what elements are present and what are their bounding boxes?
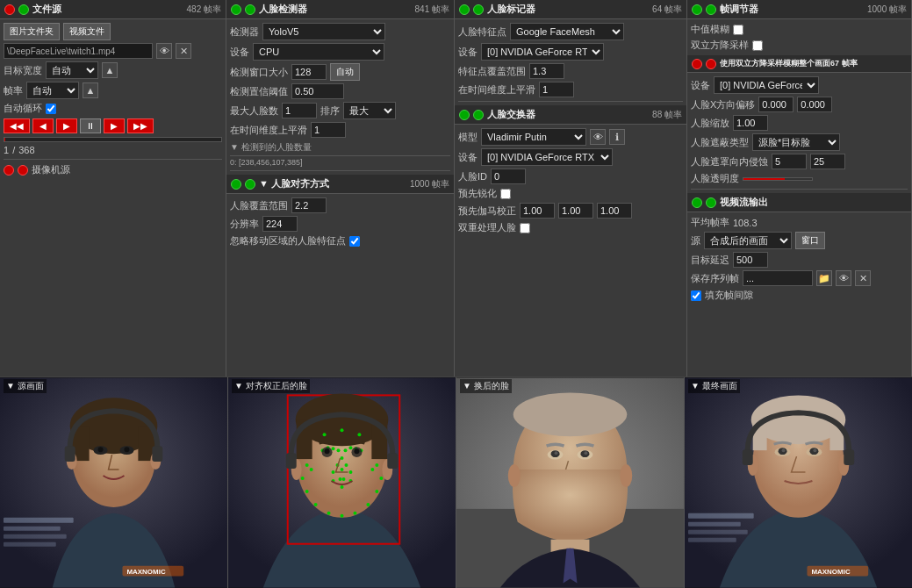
model-select[interactable]: Vladimir Putin [481,128,586,146]
erosion-input[interactable] [772,154,807,169]
progress-bar[interactable] [4,137,222,142]
align-section-header: ▼ 人脸对齐方式 1000 帧率 [226,175,454,194]
status-btn-stream[interactable] [706,197,716,208]
median-checkbox[interactable] [733,25,743,35]
frame-adjuster-header: 帧调节器 1000 帧率 [687,0,911,19]
dual-checkbox[interactable] [520,223,530,233]
play-btn[interactable]: ▶ [56,118,77,133]
power-btn-stream[interactable] [692,197,702,208]
power-btn-camera[interactable] [4,165,14,176]
auto-loop-checkbox[interactable] [46,104,56,114]
save-input[interactable] [743,270,813,286]
marker-smooth-input[interactable] [539,82,574,97]
threshold-input[interactable] [291,83,344,99]
device-select[interactable]: CPU [253,43,384,61]
auto-btn-window[interactable]: 自动 [330,63,360,81]
source-row: 源 合成后的画面 窗口 [691,232,908,249]
power-btn-align[interactable] [231,179,241,190]
camera-label: 摄像机源 [32,163,70,176]
tab-image-folder[interactable]: 图片文件夹 [4,23,60,40]
power-btn-marker[interactable] [459,4,470,15]
svg-rect-97 [844,449,854,465]
ignore-checkbox[interactable] [349,236,360,247]
mask-type-row: 人脸遮蔽类型 源脸*目标脸 [691,133,908,151]
sort-select[interactable]: 最大 [343,102,396,119]
file-path-input[interactable] [4,43,153,59]
eye-icon[interactable]: 👁 [156,43,172,59]
window-size-input[interactable] [291,64,327,80]
status-btn-detector[interactable] [245,4,255,15]
face-x-input[interactable] [758,97,794,112]
detector-select[interactable]: YoloV5 [262,23,385,40]
play-end-btn[interactable]: ▶▶ [127,118,154,133]
status-btn-marker[interactable] [473,4,484,15]
color-g-input[interactable] [558,203,593,219]
status-btn-camera[interactable] [18,165,28,176]
power-btn-blur[interactable] [692,59,702,69]
status-btn-blur[interactable] [706,59,716,69]
bilateral-checkbox[interactable] [752,40,763,51]
face-detector-header: 人脸检测器 841 帧率 [226,0,454,19]
status-btn-align[interactable] [245,179,255,190]
save-label: 保存序列帧 [691,272,739,285]
file-source-header: 文件源 482 帧率 [0,0,226,19]
adjuster-device-select[interactable]: [0] NVIDIA GeForce [714,76,819,94]
opacity-row: 人脸透明度 [691,172,908,185]
pause-btn[interactable]: ⏸ [80,118,101,133]
progress-current: 1 [4,145,9,155]
cover-input[interactable] [291,197,327,213]
target-width-spin-up[interactable]: ▲ [102,62,118,78]
face-y-input[interactable] [797,97,832,112]
fps-select[interactable]: 自动 [26,82,79,99]
scale-input[interactable] [733,115,768,131]
status-btn-adjuster[interactable] [706,4,716,15]
landmarks-select[interactable]: Google FaceMesh [510,23,624,40]
thumb-aligned-label: ▼ 对齐权正后的脸 [232,379,310,393]
opacity-slider[interactable] [743,177,813,181]
mask-type-select[interactable]: 源脸*目标脸 [752,133,840,151]
power-btn-adjuster[interactable] [692,4,702,15]
svg-rect-13 [4,518,74,523]
aligned-face-image [228,377,456,588]
power-btn-swapper[interactable] [459,110,470,120]
presharpen-checkbox[interactable] [500,189,511,199]
cover-row: 人脸覆盖范围 [230,197,450,213]
marker-device-select[interactable]: [0] NVIDIA GeForce RTX 3 [481,43,604,61]
target-width-select[interactable]: 自动 [46,61,98,79]
close-icon[interactable]: ✕ [176,43,191,59]
delay-input[interactable] [733,252,768,268]
marker-range-input[interactable] [529,63,564,79]
save-folder-icon[interactable]: 📁 [816,270,832,286]
save-eye-icon[interactable]: 👁 [836,270,851,286]
svg-rect-15 [4,534,67,539]
play-prev-btn[interactable]: ◀◀ [4,118,30,133]
fill-gaps-checkbox[interactable] [691,290,701,301]
model-eye-icon[interactable]: 👁 [590,129,606,145]
power-btn-detector[interactable] [231,4,241,15]
smooth-input[interactable] [311,122,346,138]
save-close-icon[interactable]: ✕ [855,270,871,286]
thumb-swapped-label: ▼ 换后的脸 [460,379,512,393]
swapper-device-select[interactable]: [0] NVIDIA GeForce RTX [481,148,613,166]
svg-point-32 [343,448,347,452]
play-fwd-btn[interactable]: ▶ [104,118,125,133]
threshold-row: 检测置信阈值 [230,83,450,99]
play-back-btn[interactable]: ◀ [32,118,54,133]
bilateral-label: 双立方降采样 [691,39,749,52]
fps-spin-up[interactable]: ▲ [83,82,98,98]
status-btn-swapper[interactable] [473,110,484,120]
color-r-input[interactable] [520,203,555,219]
blur-input[interactable] [810,154,845,169]
landmarks-row: 人脸特征点 Google FaceMesh [458,23,683,40]
face-id-input[interactable] [491,169,526,184]
model-info-icon[interactable]: ℹ [609,129,625,145]
source-select[interactable]: 合成后的画面 [704,232,792,249]
status-btn-file[interactable] [18,4,29,15]
resolution-input[interactable] [262,216,298,232]
power-btn-file[interactable] [4,4,15,15]
tab-video-file[interactable]: 视频文件 [63,23,111,40]
window-btn[interactable]: 窗口 [795,232,825,249]
color-b-input[interactable] [597,203,632,219]
max-faces-input[interactable] [282,103,317,118]
resolution-row: 分辨率 [230,216,450,232]
